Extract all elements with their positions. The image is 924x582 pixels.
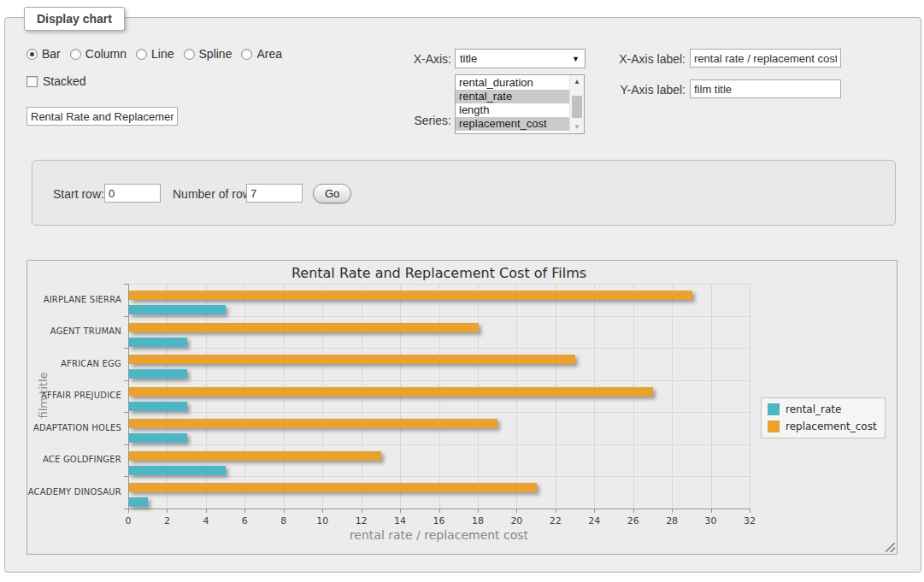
x-axis-tick-label: 26 [621,515,646,526]
chevron-down-icon: ▼ [572,55,580,63]
category-label: ACE GOLDFINGER [27,455,121,464]
x-axis-tick-label: 18 [465,515,491,526]
category-label: AFRICAN EGG [27,359,121,368]
x-axis-line [128,509,750,509]
scroll-down-icon[interactable]: ▼ [570,121,584,133]
chart-title-input[interactable] [26,107,178,126]
number-of-rows-input[interactable] [246,184,303,203]
radio-column-icon[interactable] [70,49,81,60]
radio-line[interactable]: Line [136,47,174,61]
radio-column-label: Column [85,47,127,61]
x-axis-tick-label: 22 [543,515,568,526]
radio-line-icon[interactable] [136,49,147,60]
bar-replacement_cost [129,291,692,300]
stacked-label: Stacked [43,74,86,88]
y-axis-label-input[interactable] [690,79,841,98]
gridline-vertical [711,284,712,509]
bar-rental_rate [129,402,187,411]
x-axis-tick-label: 12 [349,515,374,526]
y-axis-tick [124,444,128,445]
legend-swatch-icon [768,420,780,432]
category-label: AIRPLANE SIERRA [27,295,121,304]
legend-item-replacement_cost[interactable]: replacement_cost [768,420,877,432]
series-options: rental_durationrental_ratelengthreplacem… [456,75,569,133]
rows-form-panel: Start row: Number of rows: Go [32,160,896,226]
category-label: ACADEMY DINOSAUR [27,487,121,497]
series-option-replacement_cost[interactable]: replacement_cost [456,117,569,131]
x-axis-select[interactable]: title ▼ [455,49,586,68]
x-axis-tick-label: 28 [659,515,685,526]
x-axis-tick-label: 14 [387,515,413,526]
bar-replacement_cost [129,483,537,492]
radio-spline[interactable]: Spline [184,47,232,61]
y-axis-tick [124,316,128,317]
bar-replacement_cost [129,355,575,364]
y-axis-tick [124,348,128,349]
gridline-vertical [672,284,673,509]
chart-legend: rental_ratereplacement_cost [761,397,886,438]
radio-area-icon[interactable] [241,49,252,60]
radio-line-label: Line [151,47,174,61]
go-button[interactable]: Go [313,184,351,203]
panel-title: Display chart [24,7,125,31]
chart-type-radio-group: Bar Column Line Spline Area [26,47,282,61]
series-option-rental_rate[interactable]: rental_rate [456,90,569,103]
series-option-length[interactable]: length [456,103,569,117]
category-label: AGENT TRUMAN [27,326,121,336]
legend-label: replacement_cost [786,420,877,432]
series-listbox[interactable]: rental_durationrental_ratelengthreplacem… [455,74,585,134]
x-axis-tick-label: 30 [698,515,724,526]
x-axis-selected-value: title [460,52,477,65]
chart-x-axis-title: rental rate / replacement cost [128,528,750,542]
bar-rental_rate [129,305,226,315]
scroll-up-icon[interactable]: ▲ [570,75,584,88]
category-label: ADAPTATION HOLES [27,423,121,432]
x-axis-tick-label: 2 [154,515,180,526]
start-row-input[interactable] [104,184,161,203]
series-scrollbar[interactable]: ▲ ▼ [569,75,584,133]
category-label: AFFAIR PREJUDICE [27,391,121,400]
bar-replacement_cost [129,451,381,461]
x-axis-tick-label: 20 [503,515,529,526]
y-axis-tick [124,380,128,381]
radio-bar-icon[interactable] [26,49,38,60]
chart-title: Rental Rate and Replacement Cost of Film… [128,265,750,281]
bar-rental_rate [129,466,226,475]
stacked-checkbox[interactable] [26,76,38,87]
x-axis-tick [750,509,750,513]
radio-bar[interactable]: Bar [26,47,61,61]
bar-rental_rate [129,338,187,347]
y-axis-tick [124,412,128,413]
radio-spline-label: Spline [199,47,232,61]
x-axis-tick-label: 0 [115,515,141,526]
bar-rental_rate [129,497,148,507]
x-axis-tick-label: 4 [193,515,219,526]
resize-handle-icon[interactable] [886,543,895,552]
radio-area-label: Area [256,47,282,61]
radio-bar-label: Bar [42,47,61,61]
y-axis-label-label: Y-Axis label: [603,83,686,97]
x-axis-tick-label: 32 [737,515,762,526]
series-option-rental_duration[interactable]: rental_duration [456,76,569,90]
x-axis-tick-label: 10 [309,515,335,526]
radio-area[interactable]: Area [241,47,282,61]
gridline-vertical [750,284,750,509]
y-axis-tick [124,476,128,477]
chart-area: Rental Rate and Replacement Cost of Film… [26,260,898,555]
radio-spline-icon[interactable] [184,49,195,60]
radio-column[interactable]: Column [70,47,127,61]
x-axis-label-input[interactable] [690,49,841,68]
x-axis-label-label: X-Axis label: [603,52,686,66]
display-chart-panel: Display chart Bar Column Line Spline Are… [4,17,921,573]
x-axis-tick-label: 8 [271,515,297,526]
legend-item-rental_rate[interactable]: rental_rate [768,403,877,415]
scrollbar-thumb[interactable] [572,96,582,118]
bar-replacement_cost [129,387,653,397]
y-axis-tick [124,509,128,509]
bar-rental_rate [129,369,187,379]
legend-swatch-icon [768,403,780,415]
start-row-label: Start row: [53,187,108,201]
bar-replacement_cost [129,419,497,428]
series-select-label: Series: [381,114,451,127]
stacked-checkbox-row[interactable]: Stacked [26,74,86,88]
